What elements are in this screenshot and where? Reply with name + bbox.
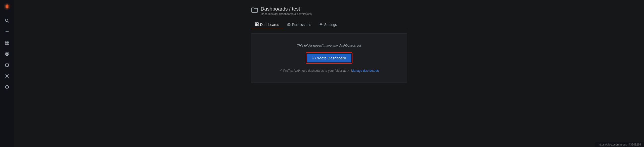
tab-dashboards-label: Dashboards (260, 23, 279, 27)
sidebar-item-shield[interactable] (2, 82, 12, 92)
svg-point-12 (7, 53, 8, 55)
breadcrumb: Dashboards / test Manage folder dashboar… (251, 6, 407, 15)
protip-text: ProTip: Add/move dashboards to your fold… (279, 69, 379, 72)
breadcrumb-subtitle: Manage folder dashboards & permissions (261, 12, 312, 15)
sidebar (0, 0, 14, 147)
sidebar-item-dashboards[interactable] (2, 38, 12, 48)
manage-dashboards-link[interactable]: Manage dashboards (351, 69, 379, 72)
svg-point-11 (5, 52, 9, 56)
create-btn-highlight: + Create Dashboard (306, 52, 352, 64)
sidebar-item-explore[interactable] (2, 49, 12, 59)
svg-point-20 (320, 24, 321, 25)
main-content: Dashboards / test Manage folder dashboar… (14, 0, 644, 147)
sidebar-item-search[interactable] (2, 16, 12, 26)
svg-line-4 (8, 21, 9, 23)
tab-dashboards[interactable]: Dashboards (251, 20, 283, 29)
breadcrumb-separator: / (289, 6, 291, 12)
svg-rect-9 (5, 43, 7, 45)
svg-point-3 (6, 19, 8, 22)
svg-rect-15 (257, 23, 258, 24)
protip-icon (279, 69, 282, 72)
tab-settings[interactable]: Settings (315, 20, 341, 29)
svg-point-13 (6, 75, 8, 77)
settings-tab-icon (319, 22, 323, 27)
folder-icon (251, 7, 258, 15)
sidebar-item-alerting[interactable] (2, 60, 12, 70)
dashboards-tab-icon (255, 22, 259, 27)
content-area: This folder doesn't have any dashboards … (251, 29, 407, 83)
svg-rect-16 (255, 24, 257, 26)
breadcrumb-title: Dashboards / test (261, 6, 312, 12)
svg-rect-7 (5, 41, 7, 43)
folder-name: test (292, 6, 300, 12)
create-dashboard-button[interactable]: + Create Dashboard (307, 54, 351, 62)
svg-rect-17 (257, 24, 258, 26)
grafana-logo[interactable] (3, 2, 12, 11)
dashboards-link[interactable]: Dashboards (261, 6, 288, 12)
svg-rect-10 (7, 43, 9, 45)
sidebar-item-add[interactable] (2, 27, 12, 37)
svg-rect-8 (7, 41, 9, 43)
sidebar-item-configuration[interactable] (2, 71, 12, 81)
tab-permissions[interactable]: Permissions (283, 20, 315, 29)
empty-state-card: This folder doesn't have any dashboards … (251, 33, 407, 83)
svg-rect-14 (255, 23, 257, 24)
tab-permissions-label: Permissions (292, 23, 311, 27)
breadcrumb-text: Dashboards / test Manage folder dashboar… (261, 6, 312, 15)
empty-message: This folder doesn't have any dashboards … (297, 44, 361, 47)
permissions-tab-icon (287, 22, 291, 27)
protip-prefix: ProTip: Add/move dashboards to your fold… (283, 69, 349, 72)
tab-settings-label: Settings (324, 23, 337, 27)
status-bar: https://blog.csdn.net/qq_43649264 (595, 142, 644, 147)
svg-point-19 (289, 24, 289, 25)
status-url: https://blog.csdn.net/qq_43649264 (598, 143, 641, 146)
tabs-bar: Dashboards Permissions (251, 20, 407, 29)
header-section: Dashboards / test Manage folder dashboar… (251, 6, 407, 29)
